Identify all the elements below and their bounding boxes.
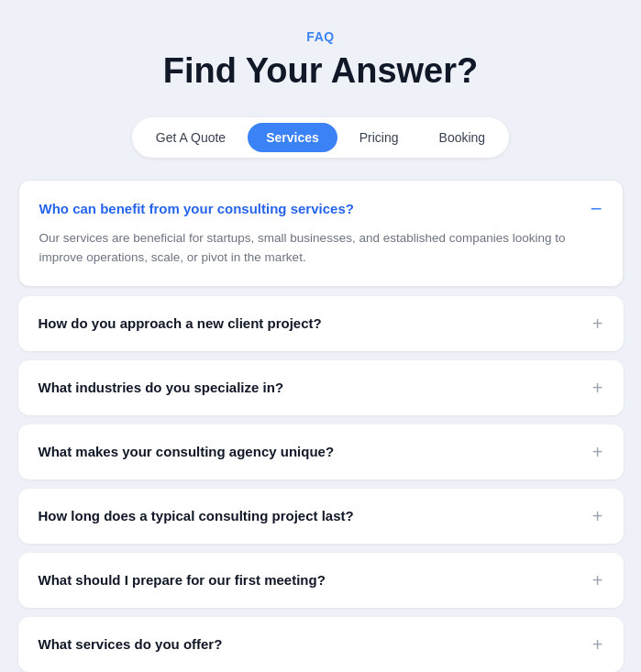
plus-icon: +	[592, 571, 603, 589]
page-header: FAQ Find Your Answer?	[18, 29, 624, 92]
faq-item-4[interactable]: What makes your consulting agency unique…	[18, 424, 624, 479]
minus-icon: −	[591, 199, 602, 219]
plus-icon: +	[592, 635, 603, 654]
faq-question-1: Who can benefit from your consulting ser…	[39, 201, 354, 216]
tab-pricing[interactable]: Pricing	[341, 123, 417, 152]
plus-icon: +	[592, 314, 603, 333]
faq-row-3: What industries do you specialize in?+	[39, 379, 603, 397]
tab-booking[interactable]: Booking	[421, 123, 504, 152]
page-container: FAQ Find Your Answer? Get A QuoteService…	[18, 29, 624, 672]
tab-services[interactable]: Services	[248, 123, 337, 152]
faq-row-6: What should I prepare for our first meet…	[39, 571, 603, 589]
faq-question-2: How do you approach a new client project…	[39, 315, 322, 331]
faq-item-7[interactable]: What services do you offer?+	[18, 617, 624, 672]
faq-row-2: How do you approach a new client project…	[39, 314, 603, 333]
plus-icon: +	[592, 507, 603, 525]
faq-row-1: Who can benefit from your consulting ser…	[39, 199, 602, 219]
tab-get-a-quote[interactable]: Get A Quote	[138, 123, 244, 152]
faq-question-7: What services do you offer?	[39, 636, 223, 652]
faq-row-7: What services do you offer?+	[39, 635, 603, 654]
tab-bar: Get A QuoteServicesPricingBooking	[132, 117, 509, 158]
faq-item-3[interactable]: What industries do you specialize in?+	[18, 360, 624, 415]
plus-icon: +	[592, 443, 603, 461]
faq-item-6[interactable]: What should I prepare for our first meet…	[18, 553, 624, 608]
faq-answer-1: Our services are beneficial for startups…	[39, 228, 602, 268]
faq-question-5: How long does a typical consulting proje…	[39, 508, 354, 523]
faq-item-2[interactable]: How do you approach a new client project…	[18, 296, 624, 351]
faq-row-4: What makes your consulting agency unique…	[39, 443, 603, 461]
plus-icon: +	[592, 379, 603, 397]
page-title: Find Your Answer?	[18, 51, 624, 92]
faq-question-6: What should I prepare for our first meet…	[39, 572, 326, 588]
faq-label: FAQ	[18, 29, 624, 44]
faq-item-1[interactable]: Who can benefit from your consulting ser…	[18, 180, 624, 287]
faq-item-5[interactable]: How long does a typical consulting proje…	[18, 489, 624, 544]
faq-list: Who can benefit from your consulting ser…	[18, 180, 624, 672]
faq-question-4: What makes your consulting agency unique…	[39, 444, 335, 459]
faq-question-3: What industries do you specialize in?	[39, 380, 284, 395]
faq-row-5: How long does a typical consulting proje…	[39, 507, 603, 525]
